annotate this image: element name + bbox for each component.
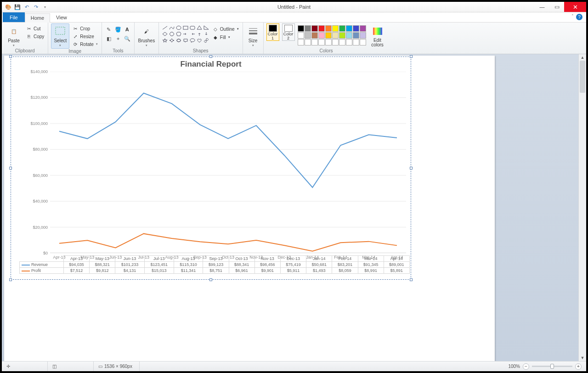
color2-slot[interactable]: Color 2 — [282, 23, 295, 41]
palette-swatch-empty[interactable] — [339, 39, 345, 45]
palette-swatch[interactable] — [346, 32, 352, 39]
eraser-tool[interactable]: ◧ — [105, 34, 113, 43]
status-filesize — [140, 362, 508, 371]
zoom-slider-knob[interactable] — [550, 364, 554, 369]
size-button[interactable]: Size ▾ — [246, 23, 260, 47]
tool-grid: ✎ 🪣 A ◧ ⌖ 🔍 — [105, 23, 131, 43]
palette-swatch[interactable] — [346, 25, 352, 32]
palette-swatch[interactable] — [298, 25, 304, 32]
close-button[interactable]: ✕ — [564, 2, 586, 12]
rotate-button[interactable]: ⟳Rotate▾ — [71, 40, 98, 48]
palette-swatch[interactable] — [332, 25, 339, 32]
palette-swatch[interactable] — [305, 25, 311, 32]
palette-swatch[interactable] — [318, 32, 325, 39]
title-bar: 🎨 💾 ↶ ↷ ▾ Untitled - Paint — ▭ ✕ — [2, 2, 586, 12]
undo-icon[interactable]: ↶ — [23, 3, 30, 11]
palette-swatch-empty[interactable] — [318, 39, 325, 45]
shape-gallery[interactable] — [162, 23, 209, 44]
tab-home[interactable]: Home — [25, 13, 50, 23]
shape-fill-button[interactable]: ◆Fill▾ — [211, 34, 240, 41]
group-colors: Color 1 Color 2 Edit colors Colors — [264, 23, 389, 54]
window-title: Untitled - Paint — [2, 4, 586, 10]
palette-swatch-empty[interactable] — [353, 39, 359, 45]
canvas-viewport[interactable]: Financial Report $0$20,000$40,000$60,000… — [2, 54, 578, 361]
brushes-button[interactable]: 🖌 Brushes ▾ — [137, 23, 156, 47]
redo-icon[interactable]: ↷ — [32, 3, 40, 11]
text-tool[interactable]: A — [123, 25, 131, 34]
copy-icon: ⎘ — [26, 33, 32, 40]
color2-swatch — [284, 25, 293, 32]
palette-swatch[interactable] — [360, 32, 366, 39]
chart-title: Financial Report — [11, 57, 411, 69]
tab-file[interactable]: File — [3, 12, 25, 22]
minimize-ribbon-icon[interactable]: ˆ — [572, 14, 573, 19]
scrollbar-thumb[interactable] — [580, 61, 585, 93]
fill-tool[interactable]: 🪣 — [114, 25, 122, 34]
crop-button[interactable]: ✂Crop — [71, 25, 98, 32]
zoom-in-button[interactable]: + — [575, 363, 582, 370]
group-image: Select ▾ ✂Crop ⤢Resize ⟳Rotate▾ Image — [48, 23, 102, 54]
shape-outline-button[interactable]: ◇Outline▾ — [211, 25, 240, 33]
group-tools: ✎ 🪣 A ◧ ⌖ 🔍 Tools — [102, 23, 135, 54]
palette-swatch[interactable] — [325, 25, 332, 32]
palette-swatch[interactable] — [325, 32, 332, 39]
qat-dropdown-icon[interactable]: ▾ — [41, 3, 49, 11]
select-label: Select — [54, 38, 67, 43]
palette-swatch[interactable] — [353, 25, 359, 32]
palette-swatch-empty[interactable] — [332, 39, 339, 45]
chart-data-table: Apr-13May-13Jun-13Jul-13Aug-13Sep-13Oct-… — [19, 255, 410, 274]
resize-button[interactable]: ⤢Resize — [71, 33, 98, 40]
palette-swatch[interactable] — [318, 25, 325, 32]
palette-swatch-empty[interactable] — [360, 39, 366, 45]
palette-swatch-empty[interactable] — [325, 39, 332, 45]
select-button[interactable]: Select ▾ — [51, 23, 69, 49]
ribbon: 📋 Paste ▾ ✂Cut ⎘Copy Clipboard Select ▾ — [2, 23, 586, 54]
cut-button[interactable]: ✂Cut — [25, 25, 45, 32]
ribbon-tabs: File Home View ˆ ? — [2, 12, 586, 23]
edit-colors-label: Edit colors — [371, 38, 384, 47]
edit-colors-icon — [371, 25, 384, 38]
copy-button[interactable]: ⎘Copy — [25, 33, 45, 40]
resize-icon: ⤢ — [72, 33, 79, 40]
palette-swatch[interactable] — [360, 25, 366, 32]
palette-swatch[interactable] — [311, 25, 318, 32]
zoom-out-button[interactable]: − — [523, 363, 529, 370]
palette-swatch-empty[interactable] — [311, 39, 318, 45]
magnifier-tool[interactable]: 🔍 — [123, 34, 131, 43]
rotate-icon: ⟳ — [72, 41, 79, 47]
canvas[interactable]: Financial Report $0$20,000$40,000$60,000… — [4, 56, 495, 361]
minimize-button[interactable]: — — [535, 2, 549, 12]
scroll-up-icon[interactable]: ▲ — [579, 54, 586, 61]
color1-slot[interactable]: Color 1 — [266, 23, 279, 41]
palette-swatch[interactable] — [311, 32, 318, 39]
edit-colors-button[interactable]: Edit colors — [369, 23, 386, 47]
palette-swatch-empty[interactable] — [346, 39, 352, 45]
paste-button[interactable]: 📋 Paste ▾ — [5, 23, 23, 47]
help-icon[interactable]: ? — [576, 14, 582, 20]
palette-swatch[interactable] — [353, 32, 359, 39]
y-tick-label: $140,000 — [25, 69, 48, 74]
y-tick-label: $20,000 — [25, 225, 48, 230]
pencil-tool[interactable]: ✎ — [105, 25, 113, 34]
zoom-level: 100% — [508, 364, 520, 369]
outline-icon: ◇ — [212, 26, 219, 32]
zoom-slider[interactable] — [532, 366, 572, 367]
picker-tool[interactable]: ⌖ — [114, 34, 122, 43]
palette-swatch-empty[interactable] — [298, 39, 304, 45]
scroll-down-icon[interactable]: ▼ — [579, 355, 586, 361]
palette-swatch[interactable] — [332, 32, 339, 39]
palette-swatch[interactable] — [339, 32, 345, 39]
save-icon[interactable]: 💾 — [14, 3, 21, 11]
palette-swatch-empty[interactable] — [305, 39, 311, 45]
palette-swatch[interactable] — [298, 32, 304, 39]
svg-point-1 — [176, 26, 181, 30]
svg-point-4 — [190, 39, 195, 42]
status-selection-size: ◫ — [48, 362, 94, 371]
vertical-scrollbar[interactable]: ▲ ▼ — [578, 54, 586, 361]
group-label-image: Image — [51, 49, 98, 54]
tab-view[interactable]: View — [50, 13, 73, 22]
palette-swatch[interactable] — [339, 25, 345, 32]
maximize-button[interactable]: ▭ — [549, 2, 564, 12]
palette-swatch[interactable] — [305, 32, 311, 39]
y-tick-label: $100,000 — [25, 121, 48, 126]
